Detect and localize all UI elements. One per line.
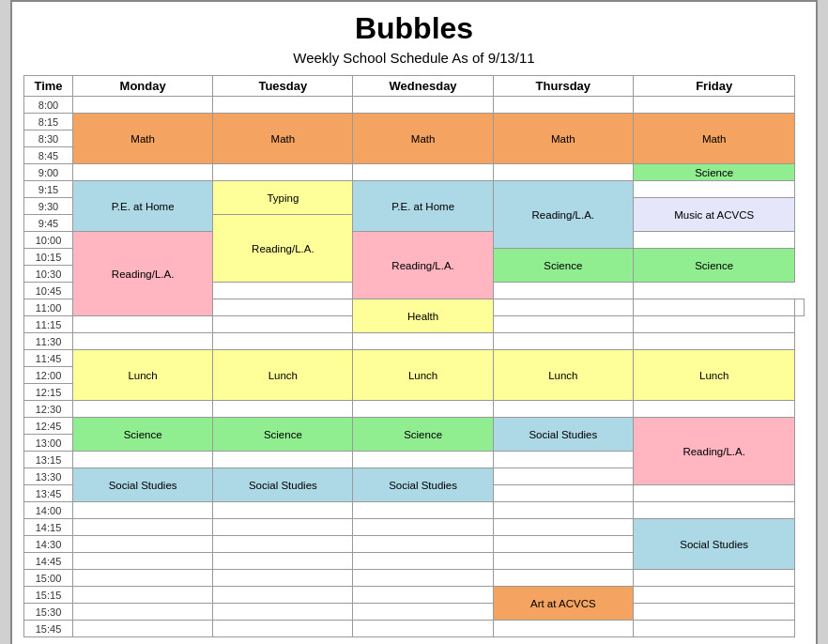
time-cell: 14:45 [24,553,73,570]
cell [73,164,213,181]
subject-cell: Lunch [493,350,633,401]
cell [73,553,213,570]
subject-label: Math [271,133,296,145]
cell [633,485,794,502]
subject-label: Science [404,429,442,440]
table-row: 8:15 Math Math Math Math Math [24,114,805,130]
time-cell: 8:00 [24,97,73,114]
time-cell: 11:00 [24,299,73,316]
cell [353,604,493,621]
cell [493,502,633,519]
subject-label: Social Studies [529,429,597,440]
header-tuesday: Tuesday [213,76,353,97]
subject-label: Science [695,260,733,271]
cell [493,553,633,570]
cell [213,164,353,181]
subject-cell: Reading/L.A. [353,232,493,299]
cell [633,502,794,519]
time-cell: 10:15 [24,249,73,266]
subject-label: P.E. at Home [112,201,175,212]
table-row: 12:45 Science Science Science Social Stu… [24,418,805,435]
time-cell: 12:30 [24,401,73,418]
cell [795,299,805,316]
cell [353,452,493,468]
cell [213,553,353,570]
cell [213,570,353,587]
cell [213,452,353,468]
cell [213,621,353,637]
time-cell: 13:45 [24,485,73,502]
cell [493,401,633,418]
subject-label: Art at ACVCS [530,598,596,609]
subject-label: Reading/L.A. [391,260,454,271]
table-row: 9:15 P.E. at Home Typing P.E. at Home Re… [24,181,805,198]
subject-cell: Science [493,249,633,283]
subject-label: Music at ACVCS [674,209,754,221]
time-cell: 15:15 [24,587,73,604]
time-cell: 14:30 [24,536,73,553]
subject-cell: Science [633,164,794,181]
cell [493,283,633,299]
subject-cell: Reading/L.A. [73,232,213,316]
subject-cell: Social Studies [213,468,353,502]
subject-cell: Reading/L.A. [493,181,633,249]
cell [353,401,493,418]
subject-cell: Social Studies [73,468,213,502]
cell [633,232,794,249]
cell [73,452,213,468]
subject-label: Lunch [699,370,728,381]
subject-label: Reading/L.A. [682,446,745,457]
time-cell: 11:45 [24,350,73,367]
subject-label: Math [130,133,155,145]
subject-label: Reading/L.A. [532,209,595,221]
table-row: 15:45 [24,621,805,637]
subject-cell: Math [633,114,794,164]
cell [353,587,493,604]
subject-label: Math [702,133,727,145]
time-cell: 8:45 [24,147,73,164]
subject-cell: Typing [213,181,353,215]
time-cell: 15:30 [24,604,73,621]
subject-cell: Reading/L.A. [633,418,794,485]
subject-cell: Reading/L.A. [213,215,353,283]
cell [493,570,633,587]
subject-label: Social Studies [249,480,317,491]
subject-label: Social Studies [680,539,748,550]
cell [353,97,493,114]
cell [493,485,633,502]
cell [633,299,794,316]
cell [73,97,213,114]
subject-cell: P.E. at Home [73,181,213,232]
table-row: 15:30 [24,604,805,621]
subject-cell: Social Studies [633,519,794,570]
cell [213,333,353,350]
subject-cell: Social Studies [493,418,633,452]
cell [493,299,633,316]
time-cell: 10:00 [24,232,73,249]
subject-cell: Science [353,418,493,452]
cell [213,536,353,553]
header-wednesday: Wednesday [353,76,493,97]
cell [213,299,353,316]
cell [73,502,213,519]
cell [73,604,213,621]
subject-cell: Science [633,249,794,283]
cell [353,570,493,587]
cell [633,621,794,637]
cell [213,283,353,299]
time-cell: 8:15 [24,114,73,130]
header-time: Time [24,76,73,97]
time-cell: 14:00 [24,502,73,519]
table-row: 9:00 Science [24,164,805,181]
subject-cell: Math [213,114,353,164]
subject-label: Science [695,167,733,178]
cell [493,452,633,468]
time-cell: 11:15 [24,316,73,333]
time-cell: 12:45 [24,418,73,435]
time-cell: 9:15 [24,181,73,198]
subject-label: Science [544,260,582,271]
time-cell: 9:45 [24,215,73,232]
time-cell: 11:30 [24,333,73,350]
page: Bubbles Weekly School Schedule As of 9/1… [10,0,818,644]
page-subtitle: Weekly School Schedule As of 9/13/11 [23,50,805,66]
